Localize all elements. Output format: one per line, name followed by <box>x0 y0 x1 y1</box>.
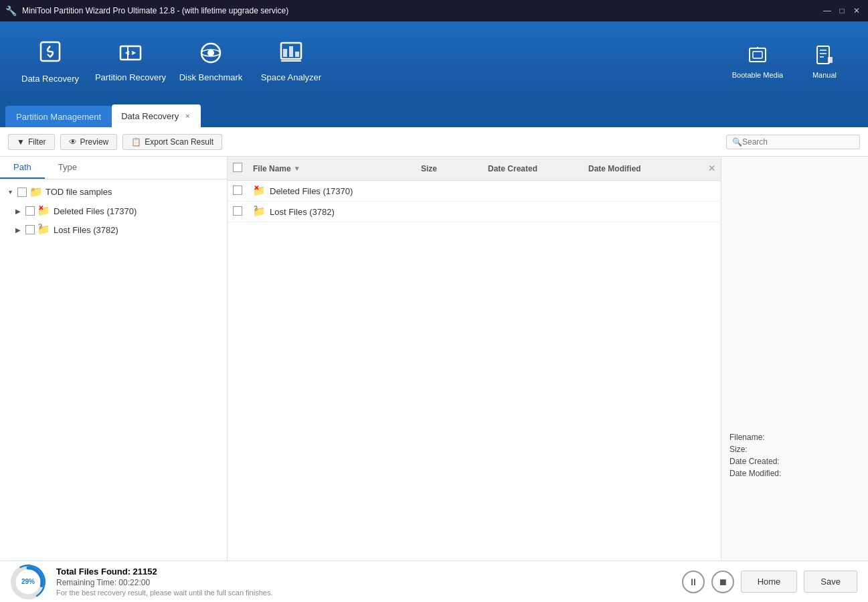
status-hint: For the best recovery result, please wai… <box>56 589 671 597</box>
svg-rect-9 <box>295 52 299 57</box>
file-table-header: File Name ▼ Size Date Created Date Modif… <box>228 157 721 181</box>
disk-benchmark-label: Disk Benchmark <box>179 72 243 82</box>
preview-size: Size: <box>729 445 860 454</box>
bootable-media-label: Bootable Media <box>732 71 783 79</box>
home-label: Home <box>758 577 781 587</box>
row-deleted-label: Deleted Files (17370) <box>270 186 353 196</box>
tab-data-recovery[interactable]: Data Recovery × <box>112 104 200 127</box>
close-button[interactable]: ✕ <box>851 5 863 17</box>
save-button[interactable]: Save <box>804 571 857 593</box>
file-table-body: 📁 ✕ Deleted Files (17370) 📁 ? <box>228 181 721 560</box>
minimize-button[interactable]: — <box>821 5 833 17</box>
export-label: Export Scan Result <box>145 137 213 147</box>
home-button[interactable]: Home <box>741 571 798 593</box>
col-name-label: File Name <box>253 164 291 173</box>
svg-rect-14 <box>817 46 829 64</box>
stop-button[interactable]: ⏹ <box>711 571 734 593</box>
pause-icon: ⏸ <box>689 577 698 587</box>
sort-arrow-icon[interactable]: ▼ <box>294 165 300 172</box>
total-files-label: Total Files Found: 21152 <box>56 567 671 577</box>
remaining-time-label: Remaining Time: 00:22:00 <box>56 578 671 587</box>
save-label: Save <box>820 577 841 587</box>
preview-date-modified: Date Modified: <box>729 469 860 478</box>
tree-label-lost: Lost Files (3782) <box>54 225 118 235</box>
svg-rect-1 <box>120 46 141 60</box>
tab-close-button[interactable]: × <box>184 112 191 120</box>
search-input[interactable] <box>742 137 854 147</box>
col-date-created-label: Date Created <box>488 164 537 173</box>
tree-checkbox-root[interactable] <box>17 187 27 197</box>
svg-rect-18 <box>828 57 833 63</box>
progress-ring: 29% <box>11 565 46 599</box>
left-panel: Path Type ▾ 📁 TOD file samples ▶ 📁 ✕ <box>0 157 228 560</box>
disk-benchmark-icon <box>199 41 223 67</box>
export-icon: 📋 <box>131 137 141 147</box>
data-recovery-label: Data Recovery <box>21 74 79 84</box>
pause-button[interactable]: ⏸ <box>682 571 705 593</box>
tab-path[interactable]: Path <box>0 157 45 179</box>
search-box[interactable]: 🔍 <box>726 135 860 149</box>
lost-files-icon: 📁 ? <box>37 224 51 236</box>
status-bar: 29% Total Files Found: 21152 Remaining T… <box>0 560 868 602</box>
toolbar-data-recovery[interactable]: Data Recovery <box>13 31 87 92</box>
preview-button[interactable]: 👁 Preview <box>60 134 118 150</box>
preview-label: Preview <box>80 137 109 147</box>
space-analyzer-icon <box>279 41 303 67</box>
progress-percent: 29% <box>21 578 35 585</box>
manual-label: Manual <box>812 71 837 79</box>
partition-recovery-label: Partition Recovery <box>95 72 166 82</box>
tab-type[interactable]: Type <box>45 157 90 179</box>
search-icon: 🔍 <box>732 137 742 147</box>
tab-partition-management[interactable]: Partition Management <box>5 106 112 127</box>
table-row[interactable]: 📁 ? Lost Files (3782) <box>228 202 721 222</box>
row-checkbox-deleted[interactable] <box>233 185 242 195</box>
svg-rect-8 <box>289 46 293 57</box>
space-analyzer-label: Space Analyzer <box>261 72 321 82</box>
row-lost-label: Lost Files (3782) <box>270 207 335 217</box>
row-deleted-icon: 📁 ✕ <box>253 185 266 197</box>
preview-panel: Filename: Size: Date Created: Date Modif… <box>721 157 868 560</box>
tree-label-deleted: Deleted Files (17370) <box>54 206 137 216</box>
panel-close-icon[interactable]: ✕ <box>708 163 715 173</box>
svg-rect-12 <box>753 52 762 58</box>
action-bar: ▼ Filter 👁 Preview 📋 Export Scan Result … <box>0 127 868 157</box>
toolbar-bootable-media[interactable]: Bootable Media <box>727 45 788 79</box>
toolbar-space-analyzer[interactable]: Space Analyzer <box>254 31 328 92</box>
app-title: MiniTool Partition Wizard Pro Ultimate 1… <box>22 6 288 15</box>
tree-toggle-lost[interactable]: ▶ <box>13 225 23 234</box>
toolbar-manual[interactable]: Manual <box>794 45 855 79</box>
toolbar-disk-benchmark[interactable]: Disk Benchmark <box>174 31 248 92</box>
tree-checkbox-deleted[interactable] <box>25 206 35 216</box>
preview-filename: Filename: <box>729 433 860 442</box>
preview-date-created: Date Created: <box>729 457 860 466</box>
tree-toggle-deleted[interactable]: ▶ <box>13 206 23 216</box>
col-size-label: Size <box>421 164 437 173</box>
app-icon: 🔧 <box>5 5 17 16</box>
bootable-media-icon <box>748 45 768 67</box>
manual-icon <box>814 45 835 67</box>
tree-row-deleted[interactable]: ▶ 📁 ✕ Deleted Files (17370) <box>0 202 227 220</box>
table-row[interactable]: 📁 ✕ Deleted Files (17370) <box>228 181 721 202</box>
status-text: Total Files Found: 21152 Remaining Time:… <box>56 567 671 597</box>
data-recovery-icon <box>38 40 62 68</box>
path-type-tabs: Path Type <box>0 157 227 179</box>
main-content: Path Type ▾ 📁 TOD file samples ▶ 📁 ✕ <box>0 157 868 560</box>
status-actions: ⏸ ⏹ Home Save <box>682 571 857 593</box>
tree-row-lost[interactable]: ▶ 📁 ? Lost Files (3782) <box>0 220 227 239</box>
filter-icon: ▼ <box>17 137 25 147</box>
filter-button[interactable]: ▼ Filter <box>8 134 55 150</box>
tab-bar: Partition Management Data Recovery × <box>0 102 868 127</box>
restore-button[interactable]: □ <box>836 5 848 17</box>
tree-checkbox-lost[interactable] <box>25 225 35 234</box>
row-checkbox-lost[interactable] <box>233 206 242 216</box>
toolbar-partition-recovery[interactable]: Partition Recovery <box>94 31 167 92</box>
tree-area: ▾ 📁 TOD file samples ▶ 📁 ✕ Deleted Files… <box>0 179 227 560</box>
tree-row-root[interactable]: ▾ 📁 TOD file samples <box>0 182 227 202</box>
partition-recovery-icon <box>118 41 143 67</box>
filter-label: Filter <box>28 137 46 147</box>
tree-toggle-root[interactable]: ▾ <box>5 187 15 197</box>
table-header-checkbox[interactable] <box>233 163 242 172</box>
col-date-modified-label: Date Modified <box>588 164 641 173</box>
export-button[interactable]: 📋 Export Scan Result <box>122 134 222 150</box>
svg-rect-7 <box>283 49 287 57</box>
